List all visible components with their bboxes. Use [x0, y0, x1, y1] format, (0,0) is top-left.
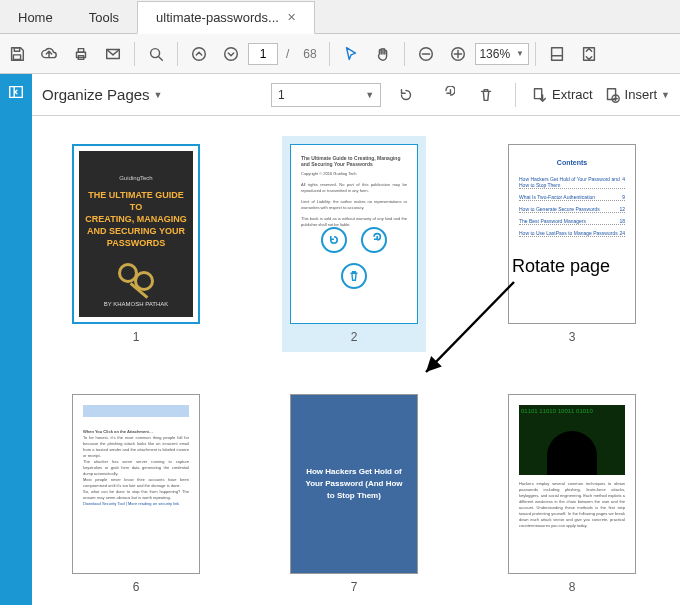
rotate-ccw-button[interactable]	[391, 80, 421, 110]
page-total: 68	[297, 47, 322, 61]
svg-point-9	[225, 47, 238, 60]
rail-toggle-icon[interactable]	[4, 80, 28, 104]
page-range-select[interactable]: 1▼	[271, 83, 381, 107]
tab-document-label: ultimate-passwords...	[156, 10, 279, 25]
page-sep: /	[280, 47, 295, 61]
fit-page-icon[interactable]	[574, 39, 604, 69]
thumb-page-6[interactable]: When You Click on the Attachment… To be …	[72, 394, 200, 574]
hand-tool-icon[interactable]	[368, 39, 398, 69]
mail-icon[interactable]	[98, 39, 128, 69]
thumb-rotate-cw-icon[interactable]	[361, 227, 387, 253]
svg-point-8	[193, 47, 206, 60]
tab-home[interactable]: Home	[0, 2, 71, 33]
svg-rect-15	[551, 47, 562, 60]
close-tab-icon[interactable]: ✕	[287, 11, 296, 24]
thumb-number: 6	[133, 580, 140, 594]
thumb-number: 2	[351, 330, 358, 344]
insert-button[interactable]: Insert▼	[603, 86, 670, 104]
thumb-page-7[interactable]: How Hackers Get Hold of Your Password (A…	[290, 394, 418, 574]
tab-strip: Home Tools ultimate-passwords... ✕	[0, 0, 680, 34]
thumb-cell[interactable]: GuidingTech THE ULTIMATE GUIDE TOCREATIN…	[72, 144, 200, 344]
thumb-number: 3	[569, 330, 576, 344]
organize-pages-menu[interactable]: Organize Pages▼	[42, 86, 163, 103]
left-rail	[0, 74, 32, 605]
thumb-page-8[interactable]: Hackers employ several common techniques…	[508, 394, 636, 574]
thumb-page-1[interactable]: GuidingTech THE ULTIMATE GUIDE TOCREATIN…	[72, 144, 200, 324]
organize-toolbar: Organize Pages▼ 1▼ Extract Insert▼	[32, 74, 680, 116]
svg-rect-0	[14, 47, 19, 51]
svg-rect-3	[78, 48, 83, 52]
svg-rect-1	[13, 54, 20, 59]
tab-tools[interactable]: Tools	[71, 2, 137, 33]
page-down-icon[interactable]	[216, 39, 246, 69]
thumb-cell[interactable]: The Ultimate Guide to Creating, Managing…	[282, 136, 426, 352]
thumbnail-grid: Rotate page GuidingTech THE ULTIMATE GUI…	[32, 116, 680, 605]
svg-rect-18	[535, 88, 542, 98]
rotate-cw-button[interactable]	[431, 80, 461, 110]
select-tool-icon[interactable]	[336, 39, 366, 69]
thumb-cell[interactable]: How Hackers Get Hold of Your Password (A…	[290, 394, 418, 594]
thumb-number: 1	[133, 330, 140, 344]
thumb-cell[interactable]: When You Click on the Attachment… To be …	[72, 394, 200, 594]
fit-width-icon[interactable]	[542, 39, 572, 69]
thumb-number: 8	[569, 580, 576, 594]
print-icon[interactable]	[66, 39, 96, 69]
delete-page-button[interactable]	[471, 80, 501, 110]
search-icon[interactable]	[141, 39, 171, 69]
zoom-out-icon[interactable]	[411, 39, 441, 69]
thumb-page-2[interactable]: The Ultimate Guide to Creating, Managing…	[290, 144, 418, 324]
thumb-delete-icon[interactable]	[341, 263, 367, 289]
thumb-number: 7	[351, 580, 358, 594]
thumb-rotate-ccw-icon[interactable]	[321, 227, 347, 253]
page-number-input[interactable]	[248, 43, 278, 65]
zoom-in-icon[interactable]	[443, 39, 473, 69]
svg-line-7	[159, 56, 163, 60]
main-toolbar: / 68 136%▼	[0, 34, 680, 74]
tab-document[interactable]: ultimate-passwords... ✕	[137, 1, 315, 34]
thumb-page-3[interactable]: Contents How Hackers Get Hold of Your Pa…	[508, 144, 636, 324]
thumb-cell[interactable]: Hackers employ several common techniques…	[508, 394, 636, 594]
thumb-cell[interactable]: Contents How Hackers Get Hold of Your Pa…	[508, 144, 636, 344]
page-up-icon[interactable]	[184, 39, 214, 69]
save-icon[interactable]	[2, 39, 32, 69]
extract-button[interactable]: Extract	[530, 86, 592, 104]
zoom-select[interactable]: 136%▼	[475, 43, 529, 65]
cloud-icon[interactable]	[34, 39, 64, 69]
